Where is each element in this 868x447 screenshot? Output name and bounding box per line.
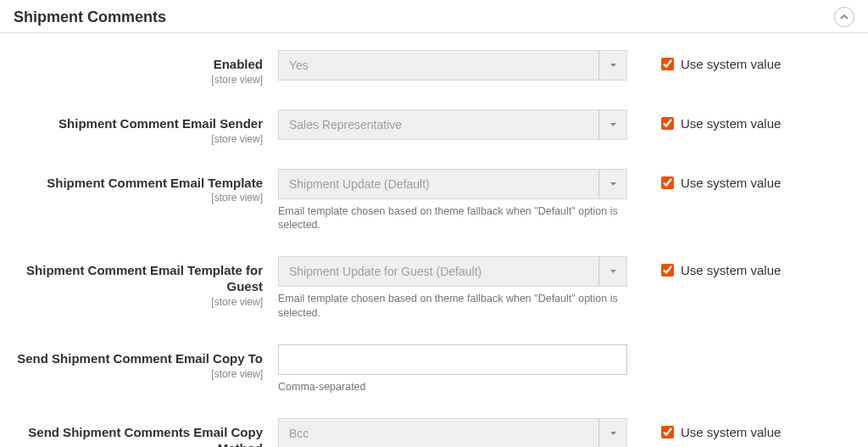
helper-text: Comma-separated — [278, 380, 626, 394]
scope-label: [store view] — [14, 192, 263, 204]
row-sender: Shipment Comment Email Sender [store vie… — [14, 109, 854, 145]
use-col: Use system value — [627, 169, 822, 190]
use-system-checkbox-copy-method[interactable] — [661, 426, 674, 439]
field-label: Enabled — [14, 57, 263, 73]
scope-label: [store view] — [14, 74, 263, 86]
helper-text: Email template chosen based on theme fal… — [278, 292, 626, 321]
label-col: Shipment Comment Email Template [store v… — [14, 169, 278, 204]
use-system-checkbox-sender[interactable] — [661, 117, 674, 130]
field-label: Send Shipment Comments Email Copy Method — [14, 425, 263, 447]
input-col: Comma-separated — [278, 344, 627, 394]
row-template-guest: Shipment Comment Email Template for Gues… — [14, 256, 854, 321]
use-system-label[interactable]: Use system value — [681, 116, 781, 131]
input-col: Yes — [278, 50, 627, 81]
copy-to-input[interactable] — [278, 344, 627, 375]
use-system-checkbox-enabled[interactable] — [661, 58, 674, 70]
select-template-guest[interactable]: Shipment Update for Guest (Default) — [278, 256, 627, 287]
select-template-wrap: Shipment Update (Default) — [278, 169, 627, 199]
use-system-label[interactable]: Use system value — [681, 176, 781, 190]
label-col: Send Shipment Comments Email Copy Method — [14, 418, 278, 447]
use-col-empty — [627, 344, 822, 351]
use-system-checkbox-template[interactable] — [661, 176, 674, 189]
helper-text: Email template chosen based on theme fal… — [278, 204, 626, 233]
input-col: Sales Representative — [278, 109, 627, 140]
section-header: Shipment Comments — [0, 0, 868, 33]
use-system-label[interactable]: Use system value — [681, 57, 781, 71]
use-system-label[interactable]: Use system value — [681, 263, 781, 277]
label-col: Shipment Comment Email Template for Gues… — [14, 256, 278, 308]
row-copy-method: Send Shipment Comments Email Copy Method… — [14, 418, 854, 447]
select-template-guest-wrap: Shipment Update for Guest (Default) — [278, 256, 627, 287]
row-copy-to: Send Shipment Comment Email Copy To [sto… — [14, 344, 854, 394]
field-label: Shipment Comment Email Template — [14, 176, 263, 192]
input-col: Shipment Update for Guest (Default) Emai… — [278, 256, 627, 321]
use-system-checkbox-template-guest[interactable] — [661, 264, 674, 277]
scope-label: [store view] — [14, 296, 263, 308]
fieldset: Enabled [store view] Yes Use system valu… — [0, 33, 868, 447]
select-template[interactable]: Shipment Update (Default) — [278, 169, 627, 199]
select-copy-method[interactable]: Bcc — [278, 418, 627, 447]
row-template: Shipment Comment Email Template [store v… — [14, 169, 854, 233]
field-label: Send Shipment Comment Email Copy To — [14, 351, 263, 367]
input-col: Bcc — [278, 418, 627, 447]
use-col: Use system value — [627, 418, 822, 439]
select-sender[interactable]: Sales Representative — [278, 109, 627, 140]
use-col: Use system value — [627, 50, 822, 71]
scope-label: [store view] — [14, 368, 263, 380]
field-label: Shipment Comment Email Sender — [14, 116, 263, 132]
select-sender-wrap: Sales Representative — [278, 109, 627, 140]
label-col: Enabled [store view] — [14, 50, 278, 86]
field-label: Shipment Comment Email Template for Gues… — [14, 263, 263, 295]
label-col: Shipment Comment Email Sender [store vie… — [14, 109, 278, 145]
select-copy-method-wrap: Bcc — [278, 418, 627, 447]
use-col: Use system value — [627, 109, 822, 131]
scope-label: [store view] — [14, 133, 263, 145]
chevron-up-icon — [840, 14, 849, 20]
row-enabled: Enabled [store view] Yes Use system valu… — [14, 50, 854, 86]
use-system-label[interactable]: Use system value — [681, 425, 781, 439]
input-col: Shipment Update (Default) Email template… — [278, 169, 627, 233]
select-enabled[interactable]: Yes — [278, 50, 627, 81]
select-enabled-wrap: Yes — [278, 50, 627, 81]
collapse-toggle[interactable] — [834, 7, 854, 27]
label-col: Send Shipment Comment Email Copy To [sto… — [14, 344, 278, 380]
use-col: Use system value — [627, 256, 822, 277]
section-title: Shipment Comments — [14, 8, 166, 26]
